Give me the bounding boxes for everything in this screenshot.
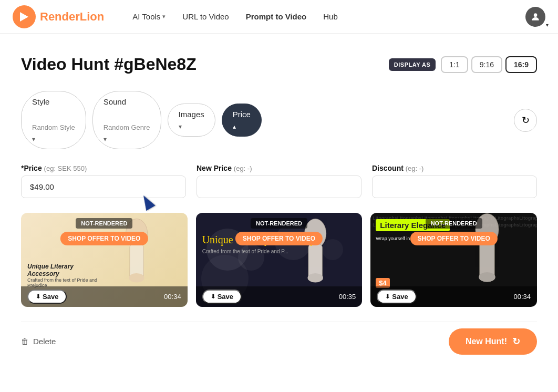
logo-render: Render [40,10,80,23]
new-hunt-button[interactable]: New Hunt! ↻ [449,328,537,355]
shop-cta-1[interactable]: SHOP OFFER TO VIDEO [60,232,148,245]
navigation: RenderLion AI Tools ▾ URL to Video Promp… [0,0,558,34]
images-chevron-icon: ▾ [179,123,182,131]
save-label-2: Save [218,293,233,301]
nav-hub-label: Hub [323,12,338,21]
shop-cta-2[interactable]: SHOP OFFER TO VIDEO [235,232,323,245]
nav-prompt-label: Prompt to Video [246,12,307,21]
nav-right: ▾ [525,7,545,27]
refresh-icon: ↻ [522,115,530,126]
style-value: Random Style [32,123,75,132]
save-bar-1: ⬇ Save 00:34 [21,286,188,307]
discount-label-text: Discount [372,164,404,172]
save-label-3: Save [392,293,408,301]
not-rendered-badge-3: NOT-RENDERED [426,218,482,229]
new-price-label: New Price (eg: -) [197,164,361,172]
not-rendered-badge-1: NOT-RENDERED [76,218,132,229]
price-label-text: *Price [21,164,42,172]
svg-point-1 [534,13,538,17]
new-price-field: New Price (eg: -) [197,164,361,198]
ratio-16-9[interactable]: 16:9 [505,56,537,73]
user-menu-button[interactable]: ▾ [525,7,545,27]
discount-label: Discount (eg: -) [372,164,537,172]
svg-point-7 [307,273,323,283]
card1-product-text: Unique Literary Accessory Crafted from t… [27,263,97,288]
style-button[interactable]: Style Random Style ▾ [21,91,86,149]
chevron-down-icon: ▾ [162,13,166,20]
nav-url-to-video[interactable]: URL to Video [175,8,236,25]
delete-label: Delete [33,337,56,346]
ratio-buttons: 1:1 9:16 16:9 [441,56,537,73]
save-button-1[interactable]: ⬇ Save [27,290,67,304]
logo-svg [18,11,30,23]
new-hunt-label: New Hunt! [466,337,507,346]
page-title-row: Video Hunt #gBeNe8Z DISPLAY AS 1:1 9:16 … [21,55,537,74]
new-price-hint: (eg: -) [234,164,252,172]
save-button-2[interactable]: ⬇ Save [202,290,242,304]
video-card-3[interactable]: LitographsLitographsLitographsLitographs… [370,213,537,306]
ratio-1-1[interactable]: 1:1 [441,56,468,73]
user-icon [530,12,541,22]
style-chevron-icon: ▾ [32,136,35,144]
logo-icon [13,5,36,28]
main-content: Video Hunt #gBeNe8Z DISPLAY AS 1:1 9:16 … [0,34,558,372]
sound-chevron-icon: ▾ [104,136,107,144]
images-button[interactable]: Images ▾ [168,104,215,137]
nav-hub[interactable]: Hub [316,8,345,25]
duration-2: 00:35 [339,293,356,301]
new-hunt-refresh-icon: ↻ [512,336,520,347]
style-label: Style [32,97,49,107]
price-button[interactable]: Price ▴ [222,104,262,137]
logo[interactable]: RenderLion [13,5,104,28]
nav-url-label: URL to Video [182,12,229,21]
sound-value: Random Genre [104,123,150,132]
price-chevron-icon: ▴ [233,123,236,131]
save-bar-2: ⬇ Save 00:35 [196,286,363,307]
price-field-label: *Price (eg: SEK 550) [21,164,186,172]
video-grid: Unique Literary Accessory Crafted from t… [21,213,537,306]
discount-field: Discount (eg: -) [372,164,537,198]
delete-button[interactable]: 🗑 Delete [21,337,56,346]
save-label-1: Save [43,293,58,301]
save-icon-1: ⬇ [36,293,40,300]
sound-button[interactable]: Sound Random Genre ▾ [92,91,161,149]
nav-links: AI Tools ▾ URL to Video Prompt to Video … [125,8,345,25]
ratio-9-16[interactable]: 9:16 [471,56,502,73]
logo-lion: Lion [80,10,104,23]
duration-3: 00:34 [513,293,531,301]
display-as-group: DISPLAY AS 1:1 9:16 16:9 [389,56,537,73]
duration-1: 00:34 [164,293,181,301]
save-button-3[interactable]: ⬇ Save [377,290,416,304]
shop-cta-3[interactable]: SHOP OFFER TO VIDEO [410,232,498,245]
save-icon-3: ⬇ [385,293,390,300]
nav-ai-tools[interactable]: AI Tools ▾ [125,8,173,25]
trash-icon: 🗑 [21,337,29,346]
svg-marker-0 [20,12,28,22]
toolbar-refresh-button[interactable]: ↻ [514,109,537,132]
bottom-bar: 🗑 Delete New Hunt! ↻ [21,322,537,361]
user-chevron-icon: ▾ [546,22,549,28]
toolbar: Style Random Style ▾ Sound Random Genre … [21,91,537,149]
page-title: Video Hunt #gBeNe8Z [21,55,197,74]
svg-point-10 [479,272,495,282]
new-price-input[interactable] [197,176,361,198]
price-input[interactable] [21,176,186,198]
logo-text: RenderLion [40,10,104,24]
card2-subtitle: Crafted from the text of Pride and P... [202,249,288,254]
video-card-2[interactable]: Unique Literary Accessory Crafted from t… [196,213,363,306]
price-form-row: *Price (eg: SEK 550) New Price (eg: -) D… [21,164,537,198]
discount-input[interactable] [372,176,537,198]
nav-prompt-to-video[interactable]: Prompt to Video [239,8,314,25]
sound-label: Sound [104,97,126,107]
discount-hint: (eg: -) [406,164,424,172]
video-card-1[interactable]: Unique Literary Accessory Crafted from t… [21,213,188,306]
save-bar-3: ⬇ Save 00:34 [370,286,537,307]
display-as-label: DISPLAY AS [389,58,436,71]
price-field: *Price (eg: SEK 550) [21,164,186,198]
card1-title: Unique Literary [27,263,97,270]
svg-point-4 [129,273,144,283]
price-hint: (eg: SEK 550) [44,164,87,172]
save-icon-2: ⬇ [211,293,215,300]
price-label: Price [233,109,251,120]
images-label: Images [179,109,204,120]
